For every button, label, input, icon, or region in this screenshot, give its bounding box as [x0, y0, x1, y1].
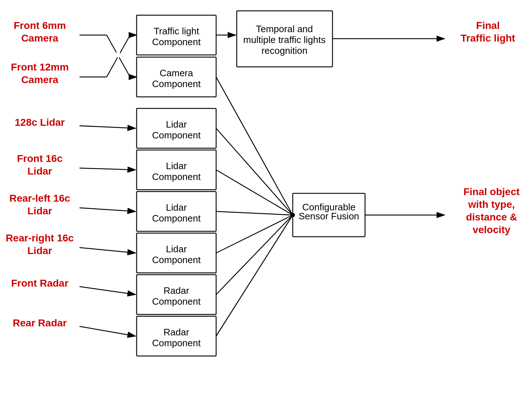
lidar-text-32: Component: [152, 213, 201, 224]
front-6mm-label2: Camera: [21, 33, 59, 44]
lidar-128c-label: 128c Lidar: [15, 117, 65, 128]
line-camera-to-fusion: [216, 77, 293, 215]
front-12mm-label2: Camera: [21, 74, 59, 85]
camera-text2: Component: [152, 78, 201, 89]
lidar-rearright-label2: Lidar: [27, 245, 52, 256]
temporal-text-3: recognition: [261, 45, 307, 56]
lidar-front16c-label2: Lidar: [27, 166, 52, 177]
rear-radar-label: Rear Radar: [13, 317, 67, 329]
lidar-rearleft-label: Rear-left 16c: [9, 193, 70, 204]
line-lidar2-to-fusion: [216, 170, 293, 215]
camera-text: Camera: [160, 68, 193, 78]
final-object-label1: Final object: [463, 186, 520, 197]
line-radar2-to-fusion: [216, 215, 293, 336]
front-6mm-label: Front 6mm: [14, 20, 66, 31]
radar-text-1: Radar: [164, 285, 189, 296]
arrow-rear-radar: [80, 326, 136, 336]
lidar-text-12: Component: [152, 130, 201, 141]
lidar-text-2: Lidar: [166, 160, 187, 171]
radar-text-22: Component: [152, 338, 201, 348]
lidar-rearleft-label2: Lidar: [27, 205, 52, 216]
final-traffic-label2: Traffic light: [461, 33, 515, 44]
lidar-text-22: Component: [152, 171, 201, 182]
final-object-label2: with type,: [468, 199, 515, 210]
lidar-front16c-label: Front 16c: [17, 153, 63, 164]
traffic-light-text2: Component: [152, 37, 201, 47]
final-traffic-label: Final: [476, 20, 499, 31]
radar-text-12: Component: [152, 296, 201, 307]
sensor-fusion-text-2: Sensor Fusion: [299, 211, 359, 222]
final-object-label3: distance &: [466, 211, 517, 223]
lidar-text-42: Component: [152, 254, 201, 265]
arrow-front-radar: [80, 287, 136, 295]
line-radar1-to-fusion: [216, 215, 293, 295]
traffic-light-text: Traffic light: [154, 26, 199, 37]
temporal-text-2: multiple traffic lights: [243, 34, 326, 45]
line-lidar3-to-fusion: [216, 211, 293, 215]
arrow-front16c-lidar: [80, 168, 136, 170]
front-12mm-label: Front 12mm: [11, 61, 69, 73]
final-object-label4: velocity: [473, 224, 511, 235]
radar-text-2: Radar: [164, 327, 189, 338]
arrow-128c-lidar: [80, 126, 136, 128]
arrow-rearright-lidar: [80, 248, 136, 253]
front-radar-label: Front Radar: [11, 278, 69, 289]
arrow-rearleft-lidar: [80, 208, 136, 211]
lidar-rearright-label: Rear-right 16c: [6, 232, 74, 244]
lidar-text-1: Lidar: [166, 119, 187, 130]
line-lidar1-to-fusion: [216, 128, 293, 215]
temporal-text-1: Temporal and: [256, 23, 313, 34]
architecture-diagram: Front 6mm Camera Front 12mm Camera 128c …: [0, 0, 532, 399]
lidar-text-4: Lidar: [166, 244, 187, 254]
lidar-text-3: Lidar: [166, 202, 187, 213]
fusion-dot: [291, 213, 295, 217]
svg-rect-3: [115, 52, 120, 57]
